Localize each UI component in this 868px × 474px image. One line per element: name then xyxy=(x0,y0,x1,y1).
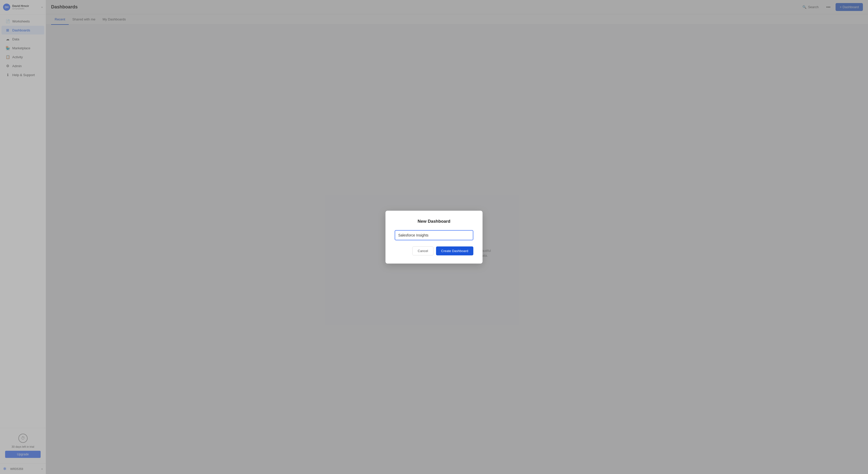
modal-actions: Cancel Create Dashboard xyxy=(395,247,473,255)
dashboard-name-input[interactable] xyxy=(395,230,473,240)
new-dashboard-modal: New Dashboard Cancel Create Dashboard xyxy=(385,211,483,263)
cancel-button[interactable]: Cancel xyxy=(412,247,433,255)
create-dashboard-button[interactable]: Create Dashboard xyxy=(436,247,473,255)
modal-overlay: New Dashboard Cancel Create Dashboard xyxy=(0,0,868,474)
modal-title: New Dashboard xyxy=(395,219,473,224)
